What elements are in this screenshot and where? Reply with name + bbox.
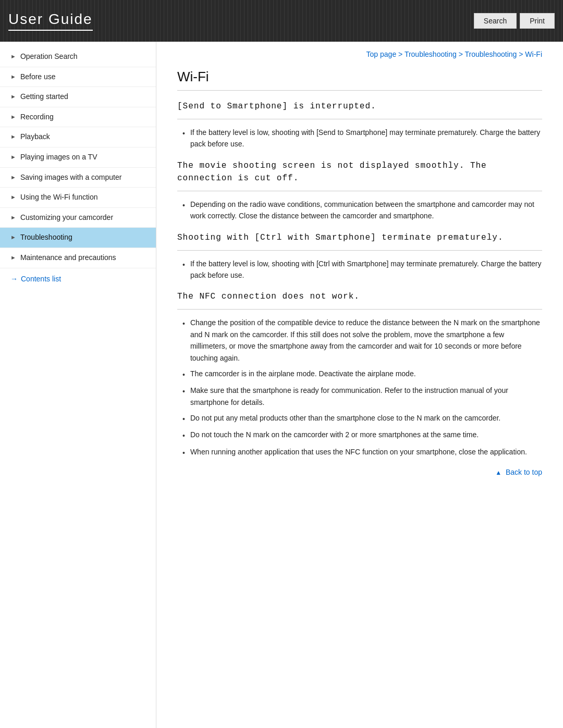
list-item: • Change the position of the compatible …	[182, 317, 542, 364]
sidebar-item-recording[interactable]: ► Recording	[0, 107, 156, 128]
section-movie-screen: The movie shooting screen is not display…	[177, 159, 542, 222]
bullet-text: Depending on the radio wave conditions, …	[190, 199, 542, 222]
list-item: • If the battery level is low, shooting …	[182, 258, 542, 281]
sidebar-item-label: Maintenance and precautions	[20, 253, 149, 263]
bullet-text: Change the position of the compatible de…	[190, 317, 542, 364]
chevron-right-icon: ►	[10, 133, 16, 141]
sidebar-item-before-use[interactable]: ► Before use	[0, 67, 156, 88]
sidebar-item-maintenance[interactable]: ► Maintenance and precautions	[0, 248, 156, 268]
bullet-icon: •	[182, 430, 185, 441]
section-ctrl-smartphone: Shooting with [Ctrl with Smartphone] ter…	[177, 231, 542, 281]
section-title-movie-screen: The movie shooting screen is not display…	[177, 159, 542, 184]
chevron-right-icon: ►	[10, 193, 16, 201]
sidebar-item-label: Playback	[20, 132, 149, 142]
sidebar-item-label: Before use	[20, 72, 149, 82]
bullet-list-send-to-smartphone: • If the battery level is low, shooting …	[177, 127, 542, 150]
back-to-top-link[interactable]: ▲ Back to top	[495, 468, 542, 476]
sidebar-item-label: Troubleshooting	[20, 232, 149, 243]
bullet-icon: •	[182, 200, 185, 211]
chevron-right-icon: ►	[10, 214, 16, 221]
sidebar-item-operation-search[interactable]: ► Operation Search	[0, 47, 156, 67]
chevron-right-icon: ►	[10, 93, 16, 101]
bullet-text: If the battery level is low, shooting wi…	[190, 127, 542, 150]
bullet-text: The camcorder is in the airplane mode. D…	[190, 368, 416, 379]
sidebar-item-label: Operation Search	[20, 52, 149, 62]
bullet-icon: •	[182, 413, 185, 425]
header: User Guide Search Print	[0, 0, 563, 42]
arrow-right-icon: →	[10, 275, 18, 283]
section-title-send-to-smartphone: [Send to Smartphone] is interrupted.	[177, 100, 542, 113]
bullet-list-movie-screen: • Depending on the radio wave conditions…	[177, 199, 542, 222]
sidebar-item-getting-started[interactable]: ► Getting started	[0, 87, 156, 107]
main-layout: ► Operation Search ► Before use ► Gettin…	[0, 42, 563, 728]
contents-list-link[interactable]: → Contents list	[0, 268, 156, 289]
back-to-top-label: Back to top	[506, 468, 542, 476]
title-divider	[177, 90, 542, 91]
breadcrumb-top[interactable]: Top page	[366, 50, 397, 58]
section-title-nfc-connection: The NFC connection does not work.	[177, 290, 542, 303]
chevron-right-icon: ►	[10, 73, 16, 81]
sidebar: ► Operation Search ► Before use ► Gettin…	[0, 42, 156, 728]
sidebar-item-label: Recording	[20, 112, 149, 122]
list-item: • Make sure that the smartphone is ready…	[182, 385, 542, 408]
bullet-icon: •	[182, 369, 185, 380]
list-item: • Do not put any metal products other th…	[182, 412, 542, 425]
sidebar-item-label: Customizing your camcorder	[20, 213, 149, 223]
sidebar-item-label: Playing images on a TV	[20, 152, 149, 163]
header-buttons: Search Print	[474, 13, 555, 29]
sidebar-item-wifi-function[interactable]: ► Using the Wi-Fi function	[0, 188, 156, 208]
search-button[interactable]: Search	[474, 13, 517, 29]
sidebar-item-playing-images-tv[interactable]: ► Playing images on a TV	[0, 147, 156, 168]
sidebar-item-label: Getting started	[20, 92, 149, 102]
chevron-right-icon: ►	[10, 174, 16, 181]
breadcrumb: Top page > Troubleshooting > Troubleshoo…	[177, 50, 542, 58]
main-content: Top page > Troubleshooting > Troubleshoo…	[156, 42, 563, 728]
bullet-text: If the battery level is low, shooting wi…	[190, 258, 542, 281]
breadcrumb-wifi[interactable]: Wi-Fi	[525, 50, 542, 58]
sidebar-item-customizing[interactable]: ► Customizing your camcorder	[0, 208, 156, 228]
bullet-icon: •	[182, 259, 185, 270]
chevron-right-icon: ►	[10, 254, 16, 262]
section-divider	[177, 119, 542, 119]
section-divider	[177, 309, 542, 310]
bullet-text: Do not touch the N mark on the camcorder…	[190, 429, 479, 440]
bullet-list-nfc: • Change the position of the compatible …	[177, 317, 542, 459]
bullet-icon: •	[182, 447, 185, 459]
bullet-text: Do not put any metal products other than…	[190, 412, 500, 424]
triangle-up-icon: ▲	[495, 469, 501, 476]
bullet-text: When running another application that us…	[190, 446, 527, 458]
breadcrumb-separator: >	[519, 50, 525, 58]
list-item: • When running another application that …	[182, 446, 542, 459]
sidebar-item-playback[interactable]: ► Playback	[0, 127, 156, 147]
bullet-list-ctrl-smartphone: • If the battery level is low, shooting …	[177, 258, 542, 281]
site-title: User Guide	[8, 11, 93, 31]
bullet-icon: •	[182, 318, 185, 329]
breadcrumb-troubleshooting1[interactable]: Troubleshooting	[405, 50, 457, 58]
breadcrumb-troubleshooting2[interactable]: Troubleshooting	[464, 50, 517, 58]
sidebar-item-saving-images[interactable]: ► Saving images with a computer	[0, 168, 156, 188]
list-item: • If the battery level is low, shooting …	[182, 127, 542, 150]
back-to-top: ▲ Back to top	[177, 468, 542, 476]
breadcrumb-separator: >	[459, 50, 465, 58]
list-item: • Depending on the radio wave conditions…	[182, 199, 542, 222]
section-nfc-connection: The NFC connection does not work. • Chan…	[177, 290, 542, 459]
section-divider	[177, 250, 542, 251]
bullet-text: Make sure that the smartphone is ready f…	[190, 385, 542, 408]
bullet-icon: •	[182, 386, 185, 397]
chevron-right-icon: ►	[10, 53, 16, 60]
sidebar-item-label: Saving images with a computer	[20, 172, 149, 183]
section-divider	[177, 191, 542, 191]
section-title-ctrl-smartphone: Shooting with [Ctrl with Smartphone] ter…	[177, 231, 542, 244]
sidebar-item-troubleshooting[interactable]: ► Troubleshooting	[0, 228, 156, 248]
list-item: • The camcorder is in the airplane mode.…	[182, 368, 542, 380]
sidebar-item-label: Using the Wi-Fi function	[20, 192, 149, 203]
chevron-right-icon: ►	[10, 233, 16, 241]
section-send-to-smartphone: [Send to Smartphone] is interrupted. • I…	[177, 100, 542, 150]
bullet-icon: •	[182, 128, 185, 139]
page-title: Wi-Fi	[177, 69, 542, 85]
list-item: • Do not touch the N mark on the camcord…	[182, 429, 542, 441]
chevron-right-icon: ►	[10, 113, 16, 121]
breadcrumb-separator: >	[398, 50, 405, 58]
chevron-right-icon: ►	[10, 153, 16, 161]
print-button[interactable]: Print	[520, 13, 555, 29]
